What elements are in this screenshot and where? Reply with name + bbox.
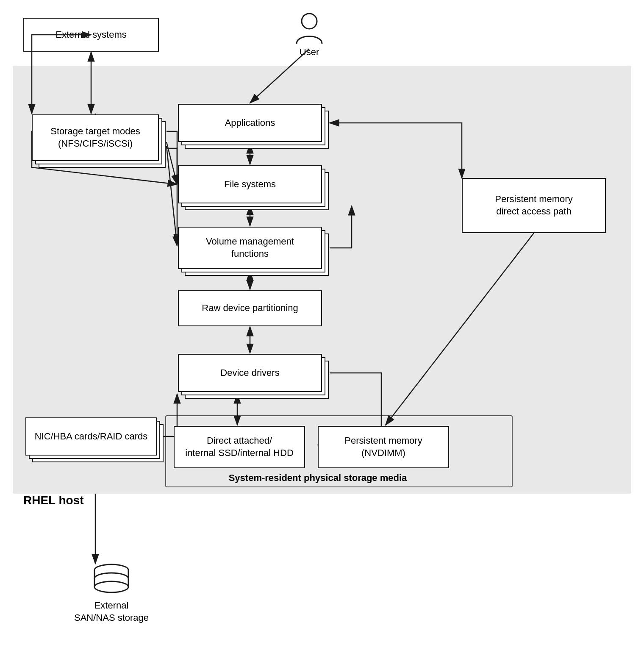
persistent-memory-direct-box: Persistent memory direct access path	[462, 178, 606, 233]
volume-management-box: Volume management functions	[178, 227, 322, 269]
raw-device-box: Raw device partitioning	[178, 290, 322, 326]
user-icon: User	[294, 12, 324, 58]
persistent-memory-nvdimm-box: Persistent memory (NVDIMM)	[318, 426, 449, 468]
svg-point-0	[302, 14, 317, 29]
storage-target-box: Storage target modes (NFS/CIFS/iSCSi)	[32, 114, 159, 161]
file-systems-box: File systems	[178, 165, 322, 203]
external-san-icon: ExternalSAN/NAS storage	[74, 564, 149, 624]
external-san-label: ExternalSAN/NAS storage	[74, 600, 149, 624]
user-label: User	[300, 47, 319, 58]
applications-box: Applications	[178, 104, 322, 142]
device-drivers-box: Device drivers	[178, 354, 322, 392]
svg-point-7	[94, 581, 128, 592]
external-systems-box: External systems	[23, 18, 159, 52]
nic-hba-box: NIC/HBA cards/RAID cards	[25, 417, 157, 456]
rhel-host-label: RHEL host	[23, 494, 84, 507]
direct-attached-box: Direct attached/ internal SSD/internal H…	[174, 426, 305, 468]
system-resident-label: System-resident physical storage media	[174, 472, 462, 484]
diagram-area: External systems User Storage target mod…	[0, 0, 644, 667]
